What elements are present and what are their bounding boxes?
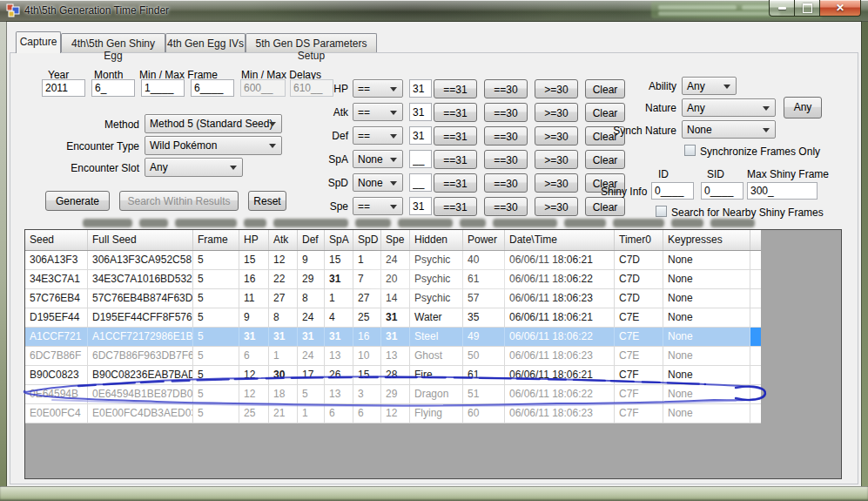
column-header[interactable]: Date\Time [505, 230, 615, 250]
iv-ge30-button[interactable]: >=30 [535, 150, 578, 169]
table-row[interactable]: E0E00FC4E0E00FC4DB3AED035252116612Flying… [25, 404, 761, 423]
iv-op-select[interactable]: None [353, 173, 403, 192]
table-row[interactable]: B90C0823B90C08236EAB7BAD5123017261528Fir… [25, 366, 761, 385]
iv-value-field[interactable] [409, 79, 432, 98]
iv-clear-button[interactable]: Clear [585, 197, 625, 216]
shiny-info-label: Shiny Info [601, 186, 647, 198]
column-header[interactable]: Def [298, 230, 325, 250]
iv-ge30-button[interactable]: >=30 [535, 197, 578, 216]
method-select[interactable]: Method 5 (Standard Seed) [145, 114, 282, 133]
sid-field[interactable] [701, 182, 744, 200]
window-frame-left [0, 22, 7, 486]
table-cell: 26 [325, 366, 353, 384]
column-header[interactable]: Full Seed [88, 230, 193, 250]
table-cell: 10 [353, 347, 381, 365]
table-row-selected[interactable]: A1CCF721A1CCF72172986E1B5313131311631Ste… [25, 328, 761, 347]
iv-eq31-button[interactable]: ==31 [434, 173, 477, 193]
table-row[interactable]: 0E64594B0E64594B1BE87DB051218513329Drago… [25, 385, 761, 404]
synchronize-frames-checkbox[interactable] [684, 145, 696, 156]
table-cell: 21 [269, 404, 298, 423]
iv-stat-label: Spe [309, 200, 348, 213]
iv-ge30-button[interactable]: >=30 [535, 103, 578, 122]
table-cell: 24 [298, 347, 325, 365]
table-row[interactable]: 306A13F3306A13F3CA952C5851512915124Psych… [25, 251, 761, 270]
id-field[interactable] [651, 182, 694, 200]
iv-clear-button[interactable]: Clear [585, 150, 625, 169]
iv-ge30-button[interactable]: >=30 [535, 173, 578, 193]
iv-eq30-button[interactable]: ==30 [484, 197, 528, 216]
tab-egg-ivs[interactable]: 4th Gen Egg IVs [165, 33, 246, 52]
generate-button[interactable]: Generate [45, 191, 110, 211]
iv-eq31-button[interactable]: ==31 [434, 103, 477, 122]
search-within-results-button[interactable]: Search Within Results [119, 191, 239, 211]
iv-op-select[interactable]: None [353, 150, 403, 168]
column-header[interactable]: HP [239, 230, 269, 250]
nature-label: Nature [589, 102, 676, 114]
min-frame-field[interactable] [141, 79, 185, 97]
ability-select[interactable]: Any [682, 77, 737, 95]
iv-eq31-button[interactable]: ==31 [434, 197, 477, 216]
encounter-slot-select[interactable]: Any [145, 158, 243, 177]
table-cell: C7F [615, 385, 663, 403]
column-header[interactable]: Hidden [410, 230, 463, 250]
table-row[interactable]: 57C76EB457C76EB4B874F63D51127812714Psych… [25, 289, 761, 308]
table-row[interactable]: 6DC7B86F6DC7B86F963DB7F656124131013Ghost… [25, 347, 761, 366]
iv-op-select[interactable]: == [353, 126, 403, 145]
encounter-type-label: Encounter Type [54, 140, 139, 152]
window-title: 4th\5th Generation Time Finder [24, 4, 169, 17]
iv-eq30-button[interactable]: ==30 [484, 79, 528, 98]
table-cell: 5 [193, 308, 239, 327]
table-row[interactable]: D195EF44D195EF44CFF8F5765982442531Water3… [25, 308, 761, 328]
table-row[interactable]: 34E3C7A134E3C7A1016BD532516222931720Psyc… [25, 270, 761, 289]
nature-any-button[interactable]: Any [784, 97, 822, 118]
max-frame-field[interactable] [191, 79, 234, 97]
tab-ds-parameters[interactable]: 5th Gen DS Parameters Setup [246, 33, 377, 52]
column-header[interactable]: SpA [325, 230, 353, 250]
table-cell: 16 [353, 328, 381, 346]
nature-select[interactable]: Any [682, 98, 776, 117]
table-cell: 12 [381, 404, 410, 423]
table-cell: 06/06/11 18:06:23 [505, 289, 615, 308]
table-cell: Dragon [410, 385, 463, 403]
column-header[interactable]: Timer0 [615, 230, 663, 250]
iv-eq30-button[interactable]: ==30 [484, 173, 528, 193]
column-header[interactable]: Spe [381, 230, 410, 250]
column-header[interactable]: Keypresses [663, 230, 750, 250]
table-cell: 20 [381, 270, 410, 288]
iv-value-field[interactable] [409, 150, 432, 168]
max-shiny-frame-field[interactable] [747, 182, 818, 200]
maximize-button[interactable] [795, 0, 819, 17]
encounter-type-select[interactable]: Wild Pokémon [145, 136, 282, 155]
iv-op-select[interactable]: == [353, 197, 403, 215]
reset-button[interactable]: Reset [248, 191, 286, 211]
iv-op-select[interactable]: == [353, 103, 403, 121]
synch-nature-select[interactable]: None [682, 120, 776, 139]
minimize-button[interactable] [769, 0, 795, 17]
iv-eq31-button[interactable]: ==31 [434, 126, 477, 146]
iv-value-field[interactable] [409, 126, 432, 145]
column-header[interactable]: SpD [353, 230, 381, 250]
iv-value-field[interactable] [409, 103, 432, 121]
column-header[interactable]: Atk [269, 230, 298, 250]
iv-op-select[interactable]: == [353, 79, 403, 98]
table-cell: 51 [463, 385, 505, 403]
year-field[interactable] [42, 79, 85, 97]
column-header[interactable]: Power [463, 230, 505, 250]
iv-eq31-button[interactable]: ==31 [434, 79, 477, 98]
close-button[interactable]: ✕ [819, 0, 861, 17]
iv-ge30-button[interactable]: >=30 [535, 79, 578, 98]
column-header[interactable]: Seed [25, 230, 88, 250]
tab-capture[interactable]: Capture [16, 31, 61, 53]
iv-eq30-button[interactable]: ==30 [484, 103, 528, 122]
iv-eq30-button[interactable]: ==30 [484, 126, 528, 146]
column-header[interactable]: Frame [193, 230, 239, 250]
nearby-shiny-frames-checkbox[interactable] [656, 206, 667, 217]
iv-eq31-button[interactable]: ==31 [434, 150, 477, 169]
iv-value-field[interactable] [409, 197, 432, 215]
tab-shiny-egg[interactable]: 4th\5th Gen Shiny Egg [61, 33, 165, 52]
table-cell: C7E [615, 328, 663, 346]
month-field[interactable] [91, 79, 135, 97]
iv-value-field[interactable] [409, 173, 432, 192]
iv-eq30-button[interactable]: ==30 [484, 150, 528, 169]
table-cell: 12 [269, 251, 298, 269]
